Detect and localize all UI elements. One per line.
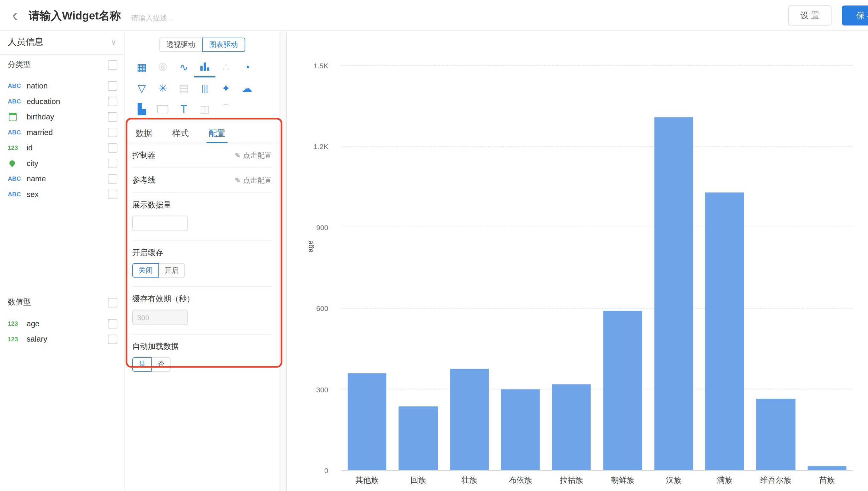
cache-expire-input[interactable] xyxy=(132,310,188,325)
mode-chart-button[interactable]: 图表驱动 xyxy=(202,38,245,52)
sidebar-sections: 分类型ABCnationABCeducationbirthdayABCmarri… xyxy=(0,55,124,347)
bar-布依族[interactable] xyxy=(495,66,546,470)
scatter-chart-icon-glyph: ∴ xyxy=(222,62,229,72)
field-type: 123 xyxy=(8,144,27,151)
cache-option-1[interactable]: 开启 xyxy=(158,263,185,278)
bar-拉祜族[interactable] xyxy=(546,66,597,470)
field-name: salary xyxy=(27,335,47,344)
bar-朝鲜族[interactable] xyxy=(597,66,648,470)
parallel-chart-icon-glyph: ||| xyxy=(202,84,208,92)
sidebar-field-city[interactable]: city xyxy=(0,155,124,171)
cache-option-0[interactable]: 关闭 xyxy=(132,263,159,278)
field-checkbox[interactable] xyxy=(108,158,117,168)
scorecard-icon[interactable]: ⑧ xyxy=(152,57,173,78)
sidebar-field-name[interactable]: ABCname xyxy=(0,171,124,186)
bar-壮族[interactable] xyxy=(443,66,495,470)
bar-rect xyxy=(552,384,591,470)
field-checkbox[interactable] xyxy=(108,174,117,183)
field-checkbox[interactable] xyxy=(108,112,117,121)
pie-chart-icon[interactable]: ◔ xyxy=(237,57,257,78)
controller-configure-link[interactable]: ✎ 点击配置 xyxy=(235,150,272,160)
iframe-icon[interactable] xyxy=(152,98,173,119)
panel-scrollbar[interactable] xyxy=(280,30,287,491)
gauge-icon-glyph: ◫ xyxy=(200,104,210,114)
field-checkbox[interactable] xyxy=(108,319,117,328)
field-checkbox[interactable] xyxy=(108,127,117,137)
treemap-icon-glyph: ▤ xyxy=(179,83,189,93)
field-name: married xyxy=(27,128,53,137)
field-checkbox[interactable] xyxy=(108,81,117,90)
bar-chart-icon[interactable] xyxy=(194,57,215,78)
bar-苗族[interactable] xyxy=(802,66,853,470)
reference-line-label: 参考线 xyxy=(132,175,156,185)
treemap-icon[interactable]: ▤ xyxy=(173,77,194,98)
waterfall-chart-icon[interactable]: ▙ xyxy=(131,98,153,119)
widget-name-input[interactable]: 请输入Widget名称 xyxy=(29,8,121,23)
bar-维吾尔族[interactable] xyxy=(751,66,802,470)
bar-满族[interactable] xyxy=(699,66,751,470)
bar-其他族[interactable] xyxy=(342,66,393,470)
back-button[interactable]: ‹ xyxy=(5,3,24,27)
reference-line-configure-link[interactable]: ✎ 点击配置 xyxy=(235,175,272,185)
field-checkbox[interactable] xyxy=(108,96,117,106)
sidebar-section: 分类型ABCnationABCeducationbirthdayABCmarri… xyxy=(0,55,124,202)
bar-rect xyxy=(757,399,795,470)
number-type-badge: 123 xyxy=(8,144,18,151)
widget-description-input[interactable]: 请输入描述... xyxy=(131,13,173,23)
chevron-down-icon[interactable]: ∨ xyxy=(111,38,116,47)
field-checkbox[interactable] xyxy=(108,334,117,344)
bar-rect xyxy=(501,389,540,470)
display-count-block: 展示数据量 xyxy=(132,193,272,241)
cache-block: 开启缓存 关闭开启 xyxy=(132,240,272,287)
sidebar-field-salary[interactable]: 123salary xyxy=(0,331,124,347)
table-chart-icon[interactable]: ▦ xyxy=(131,57,153,78)
sidebar-field-age[interactable]: 123age xyxy=(0,316,124,331)
tab-data[interactable]: 数据 xyxy=(136,124,152,143)
bar-回族[interactable] xyxy=(393,66,444,470)
iframe-glyph xyxy=(157,105,168,113)
map-chart-icon[interactable]: ✦ xyxy=(215,77,237,98)
autoload-option-1[interactable]: 否 xyxy=(151,357,171,372)
richtext-icon[interactable]: T xyxy=(173,98,194,119)
funnel-chart-icon[interactable]: ▽ xyxy=(131,77,153,98)
mode-pivot-button[interactable]: 透视驱动 xyxy=(159,38,202,52)
x-tick-label: 拉祜族 xyxy=(546,476,597,486)
section-checkbox[interactable] xyxy=(108,60,117,69)
save-button[interactable]: 保 存 xyxy=(842,5,868,25)
section-label: 分类型 xyxy=(8,60,31,69)
speedometer-icon[interactable]: ⌒ xyxy=(215,98,237,119)
chart-type-grid: ▦⑧∿∴◔▽✳▤|||✦☁▙T◫⌒ xyxy=(125,52,272,119)
panel-tabs: 数据样式配置 xyxy=(125,124,280,143)
bar-汉族[interactable] xyxy=(648,66,699,470)
y-axis-ticks: 03006009001.2K1.5K xyxy=(287,66,335,470)
tab-style[interactable]: 样式 xyxy=(172,124,189,143)
y-tick-label: 600 xyxy=(317,305,328,313)
autoload-option-0[interactable]: 是 xyxy=(132,357,152,372)
sidebar-field-married[interactable]: ABCmarried xyxy=(0,124,124,140)
sidebar-field-birthday[interactable]: birthday xyxy=(0,109,124,124)
y-tick-label: 900 xyxy=(317,224,328,232)
sidebar-field-nation[interactable]: ABCnation xyxy=(0,78,124,93)
field-checkbox[interactable] xyxy=(108,189,117,199)
sidebar-field-id[interactable]: 123id xyxy=(0,140,124,155)
section-checkbox[interactable] xyxy=(108,298,117,307)
x-tick-label: 朝鲜族 xyxy=(597,476,648,486)
y-tick-label: 300 xyxy=(317,385,328,394)
field-checkbox[interactable] xyxy=(108,143,117,152)
scatter-chart-icon[interactable]: ∴ xyxy=(215,57,237,78)
plot-area xyxy=(342,66,853,470)
sidebar-field-sex[interactable]: ABCsex xyxy=(0,186,124,202)
bar-rect xyxy=(654,117,693,470)
line-chart-icon[interactable]: ∿ xyxy=(173,57,194,78)
settings-button[interactable]: 设 置 xyxy=(788,5,832,25)
sidebar-field-education[interactable]: ABCeducation xyxy=(0,93,124,109)
wordcloud-icon[interactable]: ☁ xyxy=(237,77,257,98)
tab-config[interactable]: 配置 xyxy=(209,124,225,143)
display-count-input[interactable] xyxy=(132,216,188,231)
cache-label: 开启缓存 xyxy=(132,248,272,258)
radar-chart-icon[interactable]: ✳ xyxy=(152,77,173,98)
parallel-chart-icon[interactable]: ||| xyxy=(194,77,215,98)
data-source-header[interactable]: 人员信息 ∨ xyxy=(0,30,124,55)
field-type: ABC xyxy=(8,129,27,136)
gauge-icon[interactable]: ◫ xyxy=(194,98,215,119)
